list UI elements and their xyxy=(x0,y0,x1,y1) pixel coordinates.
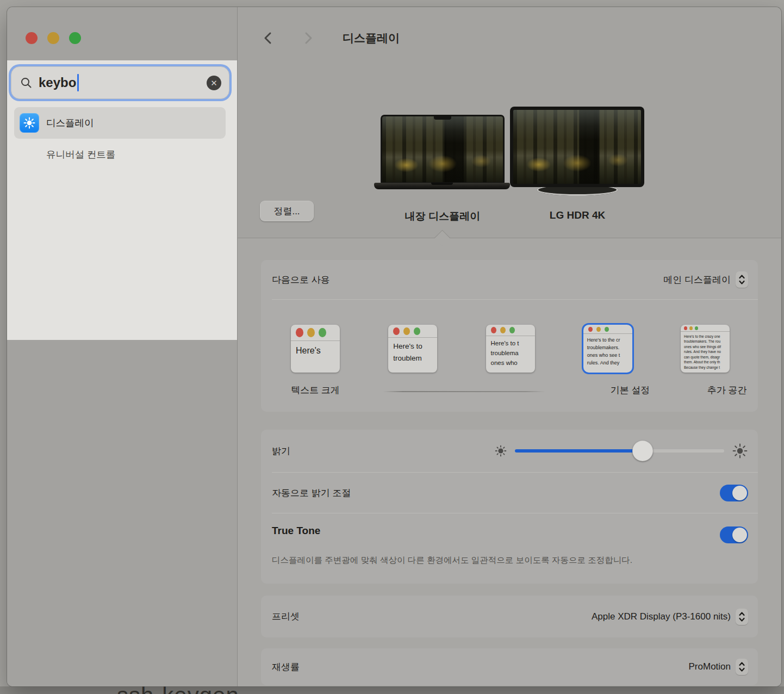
true-tone-toggle[interactable] xyxy=(720,526,748,543)
mini-window-titlebar xyxy=(291,325,340,341)
back-button[interactable] xyxy=(260,30,277,46)
scaling-label-default: 기본 설정 xyxy=(611,384,650,396)
brightness-dim-icon xyxy=(494,444,507,457)
display-settings-pane: 디스플레이 정렬... 내장 디스플레이 LG HDR 4K 다음으로 사용 메… xyxy=(238,7,781,686)
true-tone-label: True Tone xyxy=(272,525,320,537)
scaling-label-more-space: 추가 공간 xyxy=(707,384,747,396)
mini-window-titlebar xyxy=(583,325,632,334)
scaling-option-2[interactable]: Here's to troublem xyxy=(388,325,437,373)
scaling-options: Here's Here's to troublem Here's to t tr… xyxy=(261,325,758,373)
scaling-option-more-space[interactable]: Here's to the crazy one troublemakers. T… xyxy=(681,325,730,373)
search-result-label: 디스플레이 xyxy=(46,116,94,129)
forward-button[interactable] xyxy=(300,30,316,46)
navigation-header: 디스플레이 xyxy=(260,30,400,46)
use-as-dropdown[interactable] xyxy=(736,271,748,288)
brightness-fill xyxy=(515,449,643,453)
wallpaper-forest xyxy=(513,110,641,184)
refresh-rate-row: 재생률 ProMotion xyxy=(261,648,758,685)
scaling-option-labels: 텍스트 크게 기본 설정 추가 공간 xyxy=(261,384,758,400)
arrange-button[interactable]: 정렬... xyxy=(260,201,314,221)
auto-brightness-label: 자동으로 밝기 조절 xyxy=(272,487,351,499)
mini-window-titlebar xyxy=(486,325,535,336)
zoom-button[interactable] xyxy=(69,32,81,44)
preset-label: 프리셋 xyxy=(272,610,300,623)
minimize-button[interactable] xyxy=(47,32,59,44)
scaling-label-larger-text: 텍스트 크게 xyxy=(291,384,340,396)
auto-brightness-toggle[interactable] xyxy=(720,485,748,501)
preset-dropdown[interactable] xyxy=(736,609,748,625)
window-controls xyxy=(26,32,81,44)
brightness-row: 밝기 xyxy=(261,430,758,472)
preset-row: 프리셋 Apple XDR Display (P3-1600 nits) xyxy=(261,596,758,637)
use-as-value: 메인 디스플레이 xyxy=(663,274,731,286)
refresh-rate-dropdown[interactable] xyxy=(736,659,748,675)
search-input[interactable]: keybo ✕ xyxy=(11,66,229,99)
separator xyxy=(272,299,758,300)
laptop-notch xyxy=(434,116,451,120)
refresh-rate-section: 재생률 ProMotion xyxy=(261,648,758,685)
true-tone-description: 디스플레이를 주변광에 맞춰 색상이 다른 환경에서도 일관적으로 보이도록 자… xyxy=(261,548,758,567)
auto-brightness-row: 자동으로 밝기 조절 xyxy=(261,473,758,513)
mini-window-titlebar xyxy=(681,325,730,332)
scaling-option-larger-text[interactable]: Here's xyxy=(291,325,340,373)
search-result-universal-control[interactable]: 유니버설 컨트롤 xyxy=(14,140,226,169)
brightness-label: 밝기 xyxy=(272,445,290,457)
brightness-section: 밝기 xyxy=(261,430,758,584)
text-cursor xyxy=(77,74,79,91)
display-settings-icon xyxy=(20,113,39,133)
display-lg-thumbnail[interactable] xyxy=(510,107,644,187)
close-button[interactable] xyxy=(26,32,38,44)
true-tone-row: True Tone xyxy=(261,513,758,548)
clear-search-button[interactable]: ✕ xyxy=(207,76,221,90)
page-title: 디스플레이 xyxy=(343,30,400,46)
preset-value: Apple XDR Display (P3-1600 nits) xyxy=(592,611,731,622)
display-builtin-thumbnail[interactable] xyxy=(381,115,505,183)
brightness-knob[interactable] xyxy=(632,441,653,461)
laptop-base xyxy=(374,183,510,189)
search-result-label: 유니버설 컨트롤 xyxy=(46,148,115,161)
scaling-connector-line xyxy=(383,391,545,392)
refresh-rate-label: 재생률 xyxy=(272,661,300,673)
resolution-section: 다음으로 사용 메인 디스플레이 Here's xyxy=(261,260,758,412)
search-result-display[interactable]: 디스플레이 xyxy=(14,107,226,139)
search-query-text: keybo xyxy=(39,75,76,90)
brightness-bright-icon xyxy=(732,443,748,459)
use-as-label: 다음으로 사용 xyxy=(272,274,330,286)
sidebar: keybo ✕ xyxy=(7,7,238,686)
system-settings-window: keybo ✕ xyxy=(7,7,781,686)
refresh-rate-value: ProMotion xyxy=(689,661,731,672)
preset-section: 프리셋 Apple XDR Display (P3-1600 nits) xyxy=(261,596,758,637)
display-lg-label: LG HDR 4K xyxy=(550,209,605,221)
mini-window-titlebar xyxy=(388,325,437,338)
wallpaper-forest xyxy=(382,116,503,182)
scaling-option-3[interactable]: Here's to t troublema ones who xyxy=(486,325,535,373)
scaling-option-default[interactable]: Here's to the cr troublemakers. ones who… xyxy=(583,325,632,373)
use-as-row: 다음으로 사용 메인 디스플레이 xyxy=(261,260,758,299)
display-builtin-label: 내장 디스플레이 xyxy=(405,209,480,224)
brightness-slider[interactable] xyxy=(515,449,724,453)
search-icon xyxy=(20,77,32,89)
search-results-panel: keybo ✕ xyxy=(7,60,237,340)
